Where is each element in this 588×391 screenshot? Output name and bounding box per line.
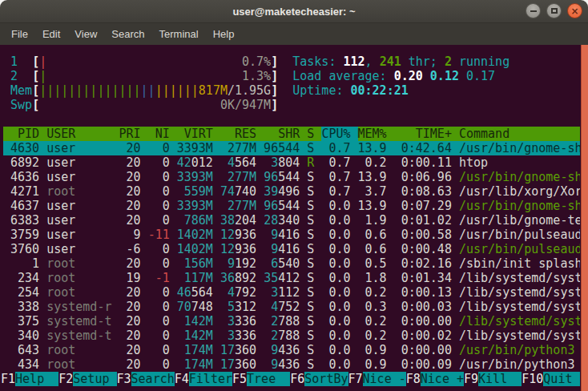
fkey-f6[interactable]: F6SortBy (290, 372, 348, 386)
column-header-virt[interactable]: VIRT (177, 127, 220, 141)
window-controls: × (526, 3, 582, 18)
column-header-pid[interactable]: PID (3, 127, 46, 141)
fkey-f7[interactable]: F7Nice - (348, 372, 406, 386)
minimize-icon (530, 10, 537, 12)
menu-item-file[interactable]: File (4, 25, 35, 43)
column-header-s[interactable]: S (307, 127, 321, 141)
close-icon: × (570, 6, 578, 17)
process-row-340[interactable]: 340 systemd-t 20 0 142M 3336 2788 S 0.0 … (3, 329, 580, 343)
fkey-f5[interactable]: F5Tree (232, 372, 290, 386)
process-row-3760[interactable]: 3760 user -6 0 1402M 12936 9416 S 0.0 0.… (3, 242, 580, 256)
column-header-shr[interactable]: SHR (264, 127, 307, 141)
menu-item-view[interactable]: View (67, 25, 104, 43)
menu-item-search[interactable]: Search (104, 25, 151, 43)
process-row-338[interactable]: 338 systemd-r 20 0 70748 5312 4752 S 0.0… (3, 300, 580, 314)
table-header: PID USER PRI NI VIRT RES SHR S CPU% MEM%… (3, 127, 580, 141)
column-header-pri[interactable]: PRI (119, 127, 148, 141)
column-header-time[interactable]: TIME+ (394, 127, 459, 141)
process-row-4630[interactable]: 4630 user 20 0 3393M 277M 96544 S 0.7 13… (3, 141, 580, 155)
process-row-643[interactable]: 643 root 20 0 174M 17360 9436 S 0.0 0.9 … (3, 343, 580, 357)
cpu1-meter: 1 [| 0.7%] (3, 54, 278, 69)
maximize-icon (551, 8, 558, 14)
window-title: user@maketecheasier: ~ (232, 6, 355, 18)
menu-bar: FileEditViewSearchTerminalHelp (0, 23, 588, 45)
process-row-4636[interactable]: 4636 user 20 0 3393M 277M 96544 S 0.7 13… (3, 170, 580, 184)
process-row-1[interactable]: 1 root 20 0 156M 9192 6540 S 0.0 0.5 0:0… (3, 256, 580, 271)
process-row-254[interactable]: 254 root 20 0 46564 4792 3112 S 0.0 0.2 … (3, 285, 580, 300)
terminal-screen: 1 [| 0.7%] Tasks: 112, 241 thr; 2 runnin… (0, 45, 588, 391)
process-row-3759[interactable]: 3759 user 9 -11 1402M 12936 9416 S 0.0 0… (3, 228, 580, 242)
close-button[interactable]: × (567, 3, 582, 18)
fkey-f4[interactable]: F4Filter (175, 372, 232, 386)
uptime: Uptime: 00:22:21 (292, 83, 409, 98)
load-average: Load average: 0.20 0.12 0.17 (292, 69, 495, 83)
column-header-ni[interactable]: NI (148, 127, 177, 141)
menu-item-help[interactable]: Help (206, 25, 242, 43)
titlebar[interactable]: user@maketecheasier: ~ × (0, 0, 588, 23)
process-row-234[interactable]: 234 root 19 -1 117M 36892 35412 S 0.0 1.… (3, 271, 580, 285)
menu-item-terminal[interactable]: Terminal (152, 25, 206, 43)
fkey-f1[interactable]: F1Help (1, 372, 58, 386)
column-header-res[interactable]: RES (220, 127, 264, 141)
minimize-button[interactable] (526, 3, 541, 18)
fkey-f10[interactable]: F10Quit (522, 372, 580, 386)
process-row-4637[interactable]: 4637 user 20 0 3393M 277M 96544 S 0.0 13… (3, 199, 580, 213)
cpu2-meter: 2 [| 1.3%] (3, 69, 278, 83)
htop-output: 1 [| 0.7%] Tasks: 112, 241 thr; 2 runnin… (3, 54, 580, 386)
fkey-f8[interactable]: F8Nice + (406, 372, 464, 386)
memory-meter: Mem[||||||||||||||||||||||817M/1.95G] (3, 83, 278, 98)
scrollbar[interactable] (581, 45, 588, 391)
column-header-cpu[interactable]: CPU% (321, 127, 357, 141)
column-header-cmd[interactable]: Command (459, 127, 580, 141)
function-key-bar: F1Help F2Setup F3SearchF4FilterF5Tree F6… (1, 372, 580, 386)
process-row-6892[interactable]: 6892 user 20 0 42012 4564 3804 R 0.7 0.2… (3, 155, 580, 170)
menu-item-edit[interactable]: Edit (35, 25, 67, 43)
maximize-button[interactable] (546, 3, 562, 18)
terminal-window: user@maketecheasier: ~ × FileEditViewSea… (0, 0, 588, 391)
swap-meter: Swp[ 0K/947M] (3, 98, 278, 112)
process-row-375[interactable]: 375 systemd-t 20 0 142M 3336 2788 S 0.0 … (3, 314, 580, 329)
fkey-f2[interactable]: F2Setup (58, 372, 116, 386)
process-row-6383[interactable]: 6383 user 20 0 786M 38204 28340 S 0.0 1.… (3, 213, 580, 228)
column-header-mem[interactable]: MEM% (358, 127, 394, 141)
fkey-f3[interactable]: F3Search (117, 372, 175, 386)
process-row-434[interactable]: 434 root 20 0 174M 17360 9436 S 0.0 0.9 … (3, 357, 580, 372)
process-row-4271[interactable]: 4271 root 20 0 559M 74740 39496 S 0.7 3.… (3, 184, 580, 199)
tasks-summary: Tasks: 112, 241 thr; 2 running (292, 54, 509, 69)
column-header-user[interactable]: USER (46, 127, 119, 141)
fkey-f9[interactable]: F9Kill (464, 372, 522, 386)
